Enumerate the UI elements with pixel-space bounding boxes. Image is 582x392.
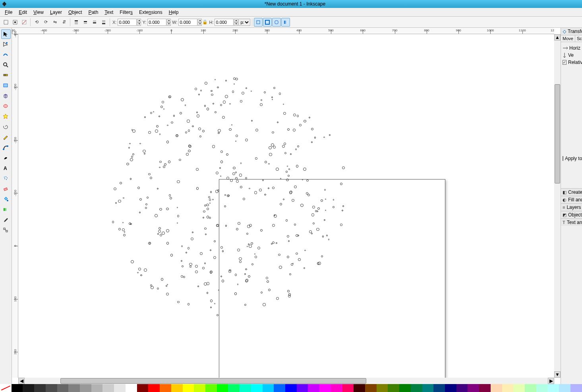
sprayed-circle[interactable] — [163, 108, 164, 110]
sprayed-circle[interactable] — [237, 284, 239, 285]
sprayed-circle[interactable] — [123, 234, 126, 236]
sprayed-circle[interactable] — [211, 94, 213, 96]
sprayed-circle[interactable] — [196, 187, 199, 189]
lower-button[interactable] — [90, 18, 99, 27]
swatch[interactable] — [217, 384, 228, 392]
swatch[interactable] — [479, 384, 491, 392]
sprayed-circle[interactable] — [145, 207, 147, 209]
sprayed-circle[interactable] — [231, 124, 232, 126]
sprayed-circle[interactable] — [213, 103, 214, 104]
sprayed-circle[interactable] — [290, 191, 292, 193]
sprayed-circle[interactable] — [279, 93, 281, 95]
sprayed-circle[interactable] — [176, 134, 178, 137]
sprayed-circle[interactable] — [195, 88, 197, 90]
sprayed-circle[interactable] — [166, 229, 169, 232]
scroll-left-arrow[interactable]: ◀ — [18, 378, 25, 384]
sprayed-circle[interactable] — [263, 303, 265, 306]
sprayed-circle[interactable] — [262, 180, 264, 181]
sprayed-circle[interactable] — [269, 146, 272, 149]
sprayed-circle[interactable] — [278, 254, 280, 256]
sprayed-circle[interactable] — [271, 97, 273, 98]
sprayed-circle[interactable] — [169, 194, 171, 196]
dock-section-0[interactable]: ◧Create T — [561, 188, 582, 196]
sprayed-circle[interactable] — [268, 289, 271, 291]
sprayed-circle[interactable] — [215, 190, 218, 193]
sprayed-circle[interactable] — [245, 268, 247, 270]
swatch[interactable] — [445, 384, 456, 392]
sprayed-circle[interactable] — [227, 195, 229, 197]
sprayed-circle[interactable] — [139, 198, 142, 201]
sprayed-circle[interactable] — [156, 125, 159, 127]
menu-help[interactable]: Help — [166, 9, 182, 16]
tab-move[interactable]: Move — [561, 35, 575, 42]
sprayed-circle[interactable] — [118, 228, 121, 230]
sprayed-circle[interactable] — [288, 175, 290, 177]
dock-section-1[interactable]: ◐Fill and S — [561, 196, 582, 203]
sprayed-circle[interactable] — [155, 214, 158, 217]
sprayed-circle[interactable] — [144, 116, 146, 118]
tool-calligraphy[interactable] — [1, 153, 11, 163]
sprayed-circle[interactable] — [255, 256, 257, 258]
relative-checkbox[interactable]: ✓ — [563, 60, 567, 65]
tool-node[interactable] — [1, 40, 11, 49]
sprayed-circle[interactable] — [225, 95, 228, 98]
sprayed-circle[interactable] — [340, 183, 342, 185]
sprayed-circle[interactable] — [181, 245, 182, 247]
sprayed-circle[interactable] — [207, 208, 209, 210]
sprayed-circle[interactable] — [140, 274, 142, 276]
sprayed-circle[interactable] — [273, 146, 276, 149]
sprayed-circle[interactable] — [283, 112, 286, 115]
sprayed-circle[interactable] — [132, 153, 134, 155]
sprayed-circle[interactable] — [272, 224, 275, 227]
sprayed-circle[interactable] — [238, 222, 240, 225]
sprayed-circle[interactable] — [164, 163, 166, 166]
sprayed-circle[interactable] — [309, 117, 311, 119]
swatch[interactable] — [171, 384, 183, 392]
hscroll-thumb[interactable] — [60, 378, 366, 384]
sprayed-circle[interactable] — [302, 179, 303, 180]
sprayed-circle[interactable] — [295, 149, 297, 150]
swatch[interactable] — [525, 384, 536, 392]
sprayed-circle[interactable] — [163, 166, 166, 168]
sprayed-circle[interactable] — [151, 286, 154, 289]
menu-object[interactable]: Object — [65, 9, 85, 16]
tool-pencil[interactable] — [1, 133, 11, 142]
swatch[interactable] — [263, 384, 274, 392]
sprayed-circle[interactable] — [131, 260, 134, 263]
tool-text[interactable]: A — [1, 164, 11, 173]
sprayed-circle[interactable] — [131, 156, 133, 158]
sprayed-circle[interactable] — [167, 284, 168, 285]
sprayed-circle[interactable] — [296, 234, 298, 237]
sprayed-circle[interactable] — [249, 224, 252, 227]
tool-selector[interactable] — [1, 29, 11, 39]
sprayed-circle[interactable] — [296, 253, 298, 255]
swatch[interactable] — [297, 384, 308, 392]
affect-move-button[interactable] — [254, 18, 263, 27]
sprayed-circle[interactable] — [235, 172, 237, 173]
sprayed-circle[interactable] — [297, 145, 299, 147]
sprayed-circle[interactable] — [209, 203, 211, 204]
sprayed-circle[interactable] — [294, 185, 297, 188]
sprayed-circle[interactable] — [159, 227, 161, 230]
tool-dropper[interactable] — [1, 215, 11, 225]
sprayed-circle[interactable] — [289, 273, 291, 275]
sprayed-circle[interactable] — [329, 134, 331, 136]
sprayed-circle[interactable] — [269, 153, 272, 156]
sprayed-circle[interactable] — [162, 232, 165, 235]
tool-ellipse[interactable] — [1, 102, 11, 111]
sprayed-circle[interactable] — [222, 250, 224, 252]
sprayed-circle[interactable] — [297, 115, 299, 117]
dock-section-4[interactable]: TText and — [561, 218, 582, 226]
sprayed-circle[interactable] — [286, 171, 287, 172]
menu-path[interactable]: Path — [85, 9, 102, 16]
sprayed-circle[interactable] — [185, 104, 186, 106]
sprayed-circle[interactable] — [155, 129, 158, 133]
sprayed-circle[interactable] — [144, 268, 147, 272]
tool-bucket[interactable] — [1, 195, 11, 204]
w-spinner[interactable]: ▲▼ — [198, 19, 202, 26]
sprayed-circle[interactable] — [259, 189, 261, 191]
sprayed-circle[interactable] — [212, 145, 215, 148]
sprayed-circle[interactable] — [288, 168, 290, 170]
sprayed-circle[interactable] — [204, 228, 207, 230]
sprayed-circle[interactable] — [272, 131, 274, 133]
